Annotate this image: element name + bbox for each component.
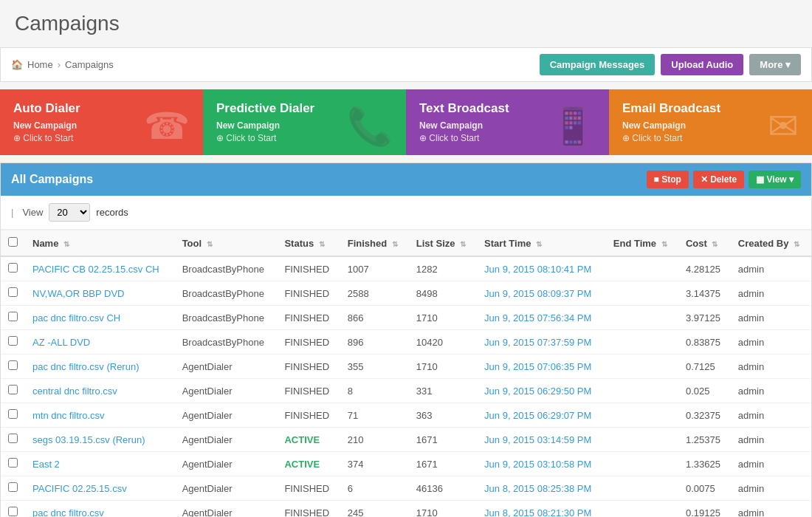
- col-end-time: End Time ⇅: [606, 230, 678, 257]
- row-checkbox[interactable]: [8, 458, 18, 468]
- row-name: PACIFIC 02.25.15.csv: [25, 476, 175, 501]
- row-status: FINISHED: [277, 330, 340, 355]
- campaign-messages-button[interactable]: Campaign Messages: [540, 54, 656, 75]
- row-checkbox[interactable]: [8, 263, 18, 273]
- more-button[interactable]: More ▾: [749, 54, 801, 75]
- row-created-by: admin: [731, 476, 811, 501]
- row-status: FINISHED: [277, 281, 340, 306]
- campaign-link[interactable]: central dnc filtro.csv: [32, 386, 117, 397]
- table-row: PACIFIC 02.25.15.csv AgentDialer FINISHE…: [1, 476, 811, 501]
- start-time-link[interactable]: Jun 9, 2015 07:06:35 PM: [484, 361, 591, 372]
- row-end-time: [606, 306, 678, 330]
- campaign-link[interactable]: pac dnc filtro.csv CH: [32, 312, 120, 323]
- start-time-link[interactable]: Jun 9, 2015 08:09:37 PM: [484, 288, 591, 299]
- row-checkbox[interactable]: [8, 312, 18, 321]
- start-time-link[interactable]: Jun 9, 2015 03:10:58 PM: [484, 459, 591, 470]
- row-name: central dnc filtro.csv: [25, 379, 175, 403]
- row-tool: BroadcastByPhone: [175, 256, 278, 281]
- row-list-size: 1671: [409, 452, 477, 476]
- campaign-link[interactable]: PACIFIC 02.25.15.csv: [32, 483, 127, 494]
- campaign-link[interactable]: mtn dnc filtro.csv: [32, 410, 105, 421]
- breadcrumb-actions: Campaign Messages Upload Audio More ▾: [540, 54, 801, 75]
- campaign-link[interactable]: PACIFIC CB 02.25.15.csv CH: [32, 264, 159, 275]
- campaign-link[interactable]: East 2: [32, 459, 60, 470]
- row-checkbox-cell: [1, 501, 25, 518]
- start-time-link[interactable]: Jun 9, 2015 06:29:50 PM: [484, 386, 591, 397]
- stop-button[interactable]: ■ Stop: [647, 171, 689, 188]
- table-icon: ▦: [756, 174, 764, 185]
- row-finished: 245: [340, 501, 409, 518]
- table-title: All Campaigns: [11, 173, 93, 186]
- row-cost: 0.0075: [678, 476, 731, 501]
- row-checkbox-cell: [1, 306, 25, 330]
- row-finished: 8: [340, 379, 409, 403]
- row-checkbox[interactable]: [8, 360, 18, 370]
- predictive-dialer-card[interactable]: Predictive Dialer New Campaign ⊕ Click t…: [203, 89, 406, 155]
- chevron-down-icon: ▾: [789, 174, 794, 185]
- row-checkbox[interactable]: [8, 507, 18, 516]
- row-checkbox[interactable]: [8, 482, 18, 492]
- view-label: View: [767, 174, 787, 185]
- start-time-link[interactable]: Jun 9, 2015 03:14:59 PM: [484, 434, 591, 445]
- row-checkbox-cell: [1, 355, 25, 379]
- col-cost: Cost ⇅: [678, 230, 731, 257]
- phone-icon: ☎: [144, 105, 190, 148]
- email-broadcast-card[interactable]: Email Broadcast New Campaign ⊕ Click to …: [609, 89, 812, 155]
- row-status: FINISHED: [277, 379, 340, 403]
- row-tool: BroadcastByPhone: [175, 281, 278, 306]
- row-start-time: Jun 9, 2015 07:37:59 PM: [477, 330, 606, 355]
- row-created-by: admin: [731, 501, 811, 518]
- row-created-by: admin: [731, 403, 811, 428]
- row-tool: AgentDialer: [175, 355, 278, 379]
- campaign-link[interactable]: pac dnc filtro.csv (Rerun): [32, 361, 140, 372]
- records-per-page-select[interactable]: 20 50 100: [49, 203, 90, 222]
- row-finished: 1007: [340, 256, 409, 281]
- breadcrumb-home[interactable]: Home: [27, 59, 53, 70]
- start-time-link[interactable]: Jun 9, 2015 07:56:34 PM: [484, 312, 591, 323]
- row-name: pac dnc filtro.csv: [25, 501, 175, 518]
- row-finished: 374: [340, 452, 409, 476]
- campaign-link[interactable]: segs 03.19.15.csv (Rerun): [32, 434, 145, 445]
- start-time-link[interactable]: Jun 8, 2015 08:25:38 PM: [484, 483, 591, 494]
- row-finished: 6: [340, 476, 409, 501]
- upload-audio-button[interactable]: Upload Audio: [661, 54, 743, 75]
- row-finished: 355: [340, 355, 409, 379]
- row-checkbox[interactable]: [8, 434, 18, 443]
- row-end-time: [606, 501, 678, 518]
- campaign-link[interactable]: pac dnc filtro.csv: [32, 507, 104, 518]
- row-checkbox[interactable]: [8, 336, 18, 346]
- auto-dialer-card[interactable]: Auto Dialer New Campaign ⊕ Click to Star…: [0, 89, 203, 155]
- row-checkbox[interactable]: [8, 409, 18, 419]
- row-end-time: [606, 330, 678, 355]
- table-header-row: Name ⇅ Tool ⇅ Status ⇅ Finished ⇅ List S…: [1, 230, 811, 257]
- select-all-checkbox[interactable]: [8, 237, 18, 247]
- delete-button[interactable]: ✕ Delete: [693, 171, 744, 188]
- stop-icon: ■: [654, 174, 659, 185]
- row-finished: 210: [340, 428, 409, 452]
- row-checkbox[interactable]: [8, 385, 18, 394]
- start-time-link[interactable]: Jun 9, 2015 08:10:41 PM: [484, 264, 591, 275]
- chevron-down-icon: ▾: [785, 59, 791, 70]
- breadcrumb: 🏠 Home › Campaigns: [11, 59, 114, 70]
- breadcrumb-separator: ›: [58, 59, 61, 70]
- campaign-link[interactable]: AZ -ALL DVD: [32, 337, 90, 348]
- row-status: FINISHED: [277, 476, 340, 501]
- start-time-link[interactable]: Jun 9, 2015 06:29:07 PM: [484, 410, 591, 421]
- row-list-size: 10420: [409, 330, 477, 355]
- view-button[interactable]: ▦ View ▾: [749, 171, 801, 188]
- row-cost: 0.32375: [678, 403, 731, 428]
- row-checkbox[interactable]: [8, 287, 18, 297]
- row-created-by: admin: [731, 452, 811, 476]
- row-tool: BroadcastByPhone: [175, 330, 278, 355]
- table-actions: ■ Stop ✕ Delete ▦ View ▾: [647, 171, 801, 188]
- delete-label: Delete: [710, 174, 737, 185]
- start-time-link[interactable]: Jun 9, 2015 07:37:59 PM: [484, 337, 591, 348]
- text-broadcast-card[interactable]: Text Broadcast New Campaign ⊕ Click to S…: [406, 89, 609, 155]
- start-time-link[interactable]: Jun 8, 2015 08:21:30 PM: [484, 507, 591, 518]
- row-list-size: 8498: [409, 281, 477, 306]
- campaign-link[interactable]: NV,WA,OR BBP DVD: [32, 288, 125, 299]
- row-created-by: admin: [731, 330, 811, 355]
- col-start-time: Start Time ⇅: [477, 230, 606, 257]
- row-cost: 4.28125: [678, 256, 731, 281]
- handset-icon: 📞: [347, 105, 393, 148]
